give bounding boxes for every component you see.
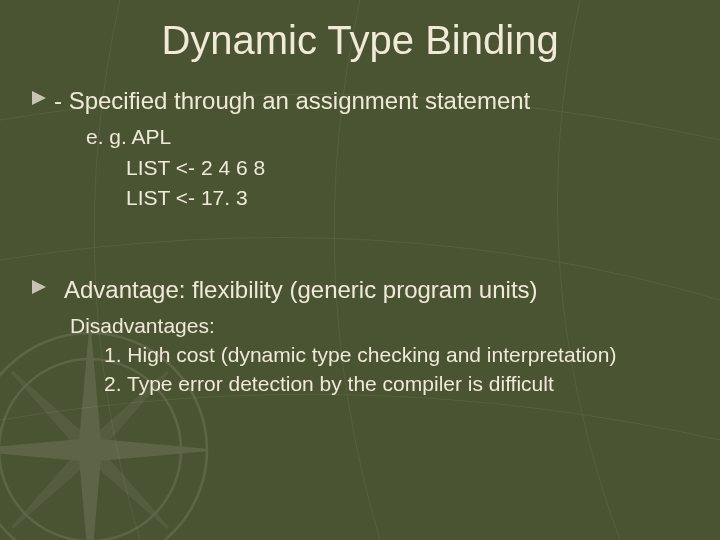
disadvantage-2: 2. Type error detection by the compiler …: [104, 369, 690, 398]
triangle-bullet-icon: [30, 89, 48, 111]
svg-marker-3: [0, 440, 207, 461]
slide: N Dynamic Type Binding - Specified throu…: [0, 0, 720, 540]
slide-body: - Specified through an assignment statem…: [0, 63, 720, 399]
bullet-1-example-label: e. g. APL: [86, 122, 690, 152]
svg-marker-7: [32, 91, 46, 105]
bullet-1-example-line-2: LIST <- 17. 3: [126, 183, 690, 213]
slide-title: Dynamic Type Binding: [0, 0, 720, 63]
bullet-1-example-line-1: LIST <- 2 4 6 8: [126, 153, 690, 183]
svg-marker-8: [32, 280, 46, 294]
bullet-1: - Specified through an assignment statem…: [30, 85, 690, 116]
disadvantage-1: 1. High cost (dynamic type checking and …: [104, 340, 690, 369]
triangle-bullet-icon: [30, 278, 48, 300]
disadvantages-heading: Disadvantages:: [70, 311, 690, 340]
bullet-2-text: Advantage: flexibility (generic program …: [64, 274, 538, 305]
bullet-1-text: - Specified through an assignment statem…: [54, 85, 530, 116]
bullet-2: Advantage: flexibility (generic program …: [30, 274, 690, 305]
